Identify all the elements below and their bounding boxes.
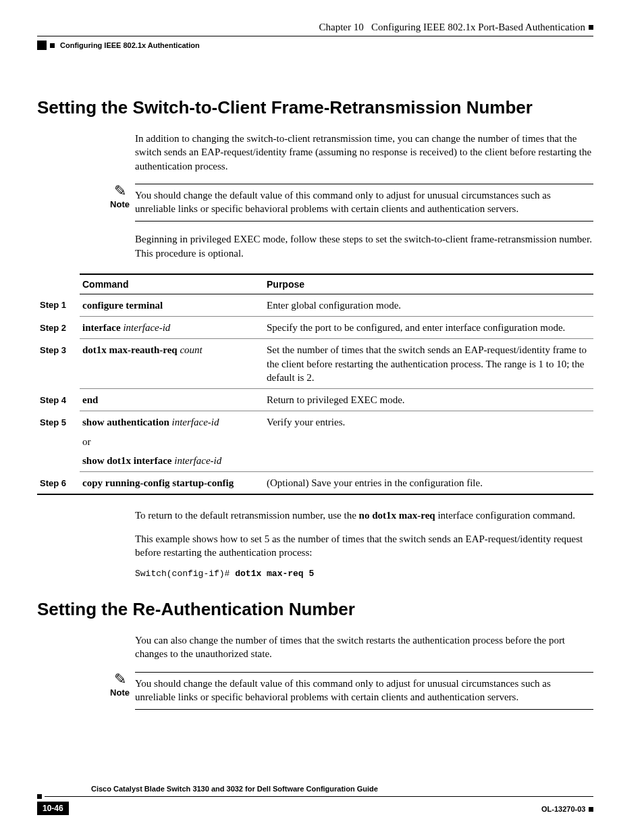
command: end [82, 394, 98, 405]
section2-note: ✎ Note You should change the default val… [105, 672, 593, 710]
command: interface [82, 322, 121, 333]
footer-guide-title: Cisco Catalyst Blade Switch 3130 and 303… [91, 785, 378, 793]
step-label: Step 3 [37, 339, 80, 389]
corner-marker-large [37, 41, 47, 50]
table-row: Step 4 end Return to privileged EXEC mod… [37, 389, 593, 411]
command-arg: count [180, 344, 202, 355]
section1-procedure-intro: Beginning in privileged EXEC mode, follo… [135, 232, 593, 260]
doc-number: OL-13270-03 [541, 805, 585, 813]
table-row: Step 2 interface interface-id Specify th… [37, 317, 593, 339]
purpose: Verify your entries. [264, 411, 593, 472]
purpose: Return to privileged EXEC mode. [264, 389, 593, 411]
page-number: 10-46 [37, 802, 69, 815]
command: configure terminal [82, 300, 163, 311]
section1-intro: In addition to changing the switch-to-cl… [135, 132, 593, 173]
note-label: Note [110, 199, 130, 209]
section2-heading: Setting the Re-Authentication Number [37, 599, 593, 620]
step-label: Step 1 [37, 294, 80, 316]
return-default-text: To return to the default retransmission … [135, 509, 593, 522]
command-arg: interface-id [123, 322, 170, 333]
section1-note: ✎ Note You should change the default val… [105, 184, 593, 222]
command-alt-arg: interface-id [174, 455, 221, 466]
page-footer: Cisco Catalyst Blade Switch 3130 and 303… [37, 785, 593, 815]
example-intro: This example shows how to set 5 as the n… [135, 532, 593, 560]
command: show authentication [82, 417, 169, 427]
step-label: Step 6 [37, 472, 80, 495]
note-label: Note [110, 687, 130, 698]
section1-note-text: You should change the default value of t… [135, 188, 593, 216]
command-arg: interface-id [172, 417, 219, 427]
section-running-title: Configuring IEEE 802.1x Authentication [60, 41, 200, 49]
code-example: Switch(config-if)# dot1x max-req 5 [135, 569, 593, 579]
command: copy running-config startup-config [82, 477, 234, 488]
step-label: Step 2 [37, 317, 80, 339]
section2-note-text: You should change the default value of t… [135, 677, 593, 704]
table-row: Step 1 configure terminal Enter global c… [37, 294, 593, 316]
corner-marker-small-2 [50, 43, 55, 48]
table-row: Step 6 copy running-config startup-confi… [37, 472, 593, 495]
section1-heading: Setting the Switch-to-Client Frame-Retra… [37, 97, 593, 118]
command: dot1x max-reauth-req [82, 344, 178, 355]
command-alt: show dot1x interface [82, 455, 171, 466]
purpose: Set the number of times that the switch … [264, 339, 593, 389]
header-rule [37, 36, 593, 36]
footer-marker [37, 794, 42, 799]
steps-table: Command Purpose Step 1 configure termina… [37, 273, 593, 496]
step-label: Step 4 [37, 389, 80, 411]
table-header-command: Command [80, 274, 264, 294]
purpose: Specify the port to be configured, and e… [264, 317, 593, 339]
corner-marker-small [589, 25, 593, 30]
chapter-title: Configuring IEEE 802.1x Port-Based Authe… [371, 22, 585, 32]
table-row: Step 5 show authentication interface-id … [37, 411, 593, 472]
pencil-icon: ✎ [114, 184, 126, 199]
purpose: (Optional) Save your entries in the conf… [264, 472, 593, 495]
footer-marker-right [589, 807, 593, 812]
step-label: Step 5 [37, 411, 80, 472]
command-or: or [82, 435, 261, 448]
chapter-label: Chapter 10 [319, 22, 363, 32]
section2-intro: You can also change the number of times … [135, 633, 593, 661]
table-header-purpose: Purpose [264, 274, 593, 294]
pencil-icon: ✎ [114, 672, 126, 687]
purpose: Enter global configuration mode. [264, 294, 593, 316]
table-row: Step 3 dot1x max-reauth-req count Set th… [37, 339, 593, 389]
